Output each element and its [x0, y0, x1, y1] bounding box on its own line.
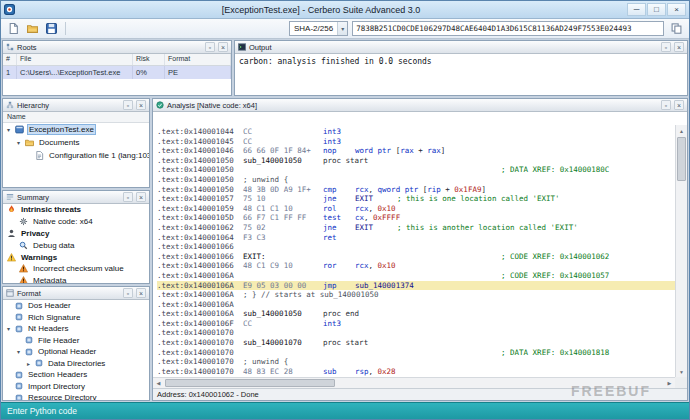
summary-item[interactable]: Privacy: [3, 228, 149, 240]
summary-item[interactable]: Warnings: [3, 251, 149, 263]
format-item[interactable]: Rich Signature: [3, 312, 149, 324]
disassembly-line[interactable]: .text:0x140001064F3 C3ret: [157, 233, 675, 243]
hierarchy-item[interactable]: ▾Documents: [3, 136, 149, 149]
format-item[interactable]: ▾Nt Headers: [3, 323, 149, 335]
disassembly-line[interactable]: .text:0x140001050; unwind {: [157, 175, 675, 185]
instruction-address: .text:0x140001045: [157, 137, 243, 147]
disassembly-line[interactable]: .text:0x140001044CCint3: [157, 127, 675, 137]
format-close-button[interactable]: ×: [136, 288, 146, 298]
disassembly-line[interactable]: .text:0x14000106AE9 05 03 00 00jmpsub_14…: [157, 281, 675, 291]
vertical-scrollbar-thumb[interactable]: [677, 137, 686, 181]
summary-panel-header: Summary▫×: [3, 191, 149, 204]
disassembly-line[interactable]: .text:0x14000106648 C1 C9 10rorrcx, 0x10: [157, 261, 675, 271]
operands: EXIT: [355, 223, 373, 232]
save-icon[interactable]: [43, 21, 60, 37]
roots-column-header[interactable]: Format: [165, 54, 231, 65]
instruction-address: .text:0x140001070: [157, 348, 243, 358]
disassembly-line[interactable]: .text:0x14000106FCCint3: [157, 319, 675, 329]
python-command-input[interactable]: Enter Python code: [1, 402, 689, 419]
operand-token: rcx: [355, 185, 369, 194]
copy-icon[interactable]: [668, 21, 685, 37]
close-button[interactable]: ×: [667, 3, 686, 16]
summary-close-button[interactable]: ×: [136, 192, 146, 202]
disassembly-line[interactable]: .text:0x140001050sub_140001050proc start: [157, 156, 675, 166]
disassembly-line[interactable]: .text:0x140001050; DATA XREF: 0x14000180…: [157, 165, 675, 175]
hierarchy-column-header[interactable]: Name: [3, 112, 149, 123]
disassembly-line[interactable]: .text:0x14000105048 3B 0D A9 1F+cmprcx, …: [157, 185, 675, 195]
hierarchy-item[interactable]: ▾ExceptionTest.exe: [3, 123, 149, 136]
roots-column-header[interactable]: Risk: [133, 54, 165, 65]
horizontal-scrollbar-thumb[interactable]: [165, 379, 335, 387]
disassembly-line[interactable]: .text:0x14000105775 10jneEXIT; this is o…: [157, 194, 675, 204]
hash-value-field[interactable]: 7838B251CD0CDE106297D48CAE6404D1A3D615C8…: [352, 21, 664, 36]
disassembly-line[interactable]: .text:0x140001070; unwind {: [157, 357, 675, 367]
roots-column-header[interactable]: #: [3, 54, 17, 65]
disassembly-line[interactable]: .text:0x14000106275 02jneEXIT; this is a…: [157, 223, 675, 233]
output-close-button[interactable]: ×: [674, 42, 684, 52]
expand-arrow-icon[interactable]: ▾: [5, 325, 12, 332]
summary-item[interactable]: Intrinsic threats: [3, 204, 149, 216]
instruction-address: .text:0x140001059: [157, 204, 243, 214]
disassembly-line[interactable]: .text:0x14000106A; } // starts at sub_14…: [157, 290, 675, 300]
scroll-right-icon[interactable]: ▶: [664, 378, 675, 388]
summary-item[interactable]: Debug data: [3, 239, 149, 251]
instruction-bytes: 75 10: [243, 194, 323, 204]
disassembly-line[interactable]: .text:0x14000106A: [157, 300, 675, 310]
disassembly-line[interactable]: .text:0x14000105948 C1 C1 10rolrcx, 0x10: [157, 204, 675, 214]
output-panel-body: carbon: analysis finished in 0.0 seconds: [235, 54, 687, 95]
disassembly-line[interactable]: .text:0x14000105D66 F7 C1 FF FFtestcx, 0…: [157, 213, 675, 223]
disassembly-line[interactable]: .text:0x140001066EXIT:; CODE XREF: 0x140…: [157, 252, 675, 262]
format-item[interactable]: Import Directory: [3, 381, 149, 393]
hierarchy-item[interactable]: Configuration file 1 (lang:1033): [3, 149, 149, 162]
vertical-scrollbar[interactable]: ▲ ▼: [675, 125, 687, 377]
disassembly-line[interactable]: .text:0x140001066: [157, 242, 675, 252]
open-folder-icon[interactable]: [24, 21, 41, 37]
maximize-button[interactable]: □: [647, 3, 666, 16]
summary-item[interactable]: Metadata: [3, 275, 149, 283]
scroll-left-icon[interactable]: ◀: [153, 378, 164, 388]
hierarchy-close-button[interactable]: ×: [136, 100, 146, 110]
hierarchy-float-button[interactable]: ▫: [123, 100, 133, 110]
disassembly-line[interactable]: .text:0x14000104666 66 0F 1F 84+nopword …: [157, 146, 675, 156]
disassembly-line[interactable]: .text:0x14000106A; CODE XREF: 0x14000105…: [157, 271, 675, 281]
format-item[interactable]: File Header: [3, 335, 149, 347]
mnemonic: jne: [323, 194, 355, 204]
summary-float-button[interactable]: ▫: [123, 192, 133, 202]
format-item[interactable]: Dos Header: [3, 300, 149, 312]
expand-arrow-icon[interactable]: ▸: [25, 360, 32, 367]
horizontal-scrollbar[interactable]: ◀ ▶: [153, 377, 675, 388]
expand-arrow-icon[interactable]: ▾: [15, 139, 22, 146]
hierarchy-panel-header: Hierarchy▫×: [3, 99, 149, 112]
expand-arrow-icon[interactable]: ▾: [5, 126, 12, 133]
titlebar[interactable]: [ExceptionTest.exe] - Cerbero Suite Adva…: [1, 1, 689, 19]
output-float-button[interactable]: ▫: [661, 42, 671, 52]
mnemonic: sub: [323, 367, 355, 377]
disassembly-line[interactable]: .text:0x140001070sub_140001070proc start: [157, 338, 675, 348]
disassembly-line[interactable]: .text:0x14000107048 83 EC 28subrsp, 0x28: [157, 367, 675, 377]
format-item[interactable]: ▸Data Directories: [3, 358, 149, 370]
new-document-icon[interactable]: [5, 21, 22, 37]
code-label: EXIT:: [243, 252, 323, 262]
format-float-button[interactable]: ▫: [123, 288, 133, 298]
summary-item[interactable]: Native code: x64: [3, 216, 149, 228]
disassembly-line[interactable]: .text:0x14000106Asub_140001050proc end: [157, 309, 675, 319]
format-item[interactable]: Resource Directory: [3, 392, 149, 400]
scroll-up-icon[interactable]: ▲: [676, 125, 687, 136]
scroll-down-icon[interactable]: ▼: [676, 366, 687, 377]
disassembly-line[interactable]: .text:0x140001045CCint3: [157, 137, 675, 147]
expand-arrow-icon[interactable]: ▾: [15, 348, 22, 355]
disassembly-line[interactable]: .text:0x140001070; DATA XREF: 0x14000181…: [157, 348, 675, 358]
analysis-float-button[interactable]: ▫: [661, 100, 671, 110]
roots-column-header[interactable]: File: [17, 54, 133, 65]
disassembly-line[interactable]: .text:0x140001070: [157, 328, 675, 338]
table-row[interactable]: 1C:\Users\...\ExceptionTest.exe0%PE: [3, 66, 231, 79]
hash-algorithm-select[interactable]: SHA-2/256 ▾: [289, 21, 348, 36]
minimize-button[interactable]: ─: [627, 3, 646, 16]
format-item[interactable]: Section Headers: [3, 369, 149, 381]
summary-item[interactable]: Incorrect checksum value: [3, 263, 149, 275]
instruction-address: .text:0x140001070: [157, 328, 243, 338]
roots-float-button[interactable]: ▫: [205, 42, 215, 52]
format-item[interactable]: ▾Optional Header: [3, 346, 149, 358]
analysis-close-button[interactable]: ×: [674, 100, 684, 110]
roots-close-button[interactable]: ×: [218, 42, 228, 52]
